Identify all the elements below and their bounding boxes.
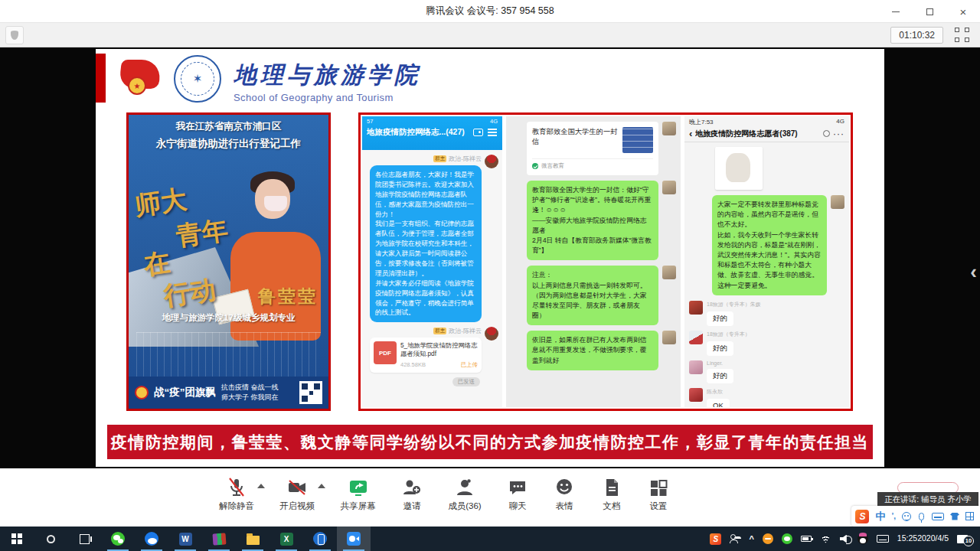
league-mini-logo [135,386,149,399]
university-seal-logo: ✶ [174,55,221,103]
search-icon [47,535,55,543]
minimize-button[interactable] [879,0,913,23]
battery-icon[interactable] [801,536,812,542]
taskbar-app-word[interactable]: W [168,527,202,551]
chat-button[interactable]: 聊天 [507,476,528,512]
taskbar-app-excel[interactable]: X [270,527,303,551]
skin-shirt-icon[interactable] [950,513,959,520]
sogou-tray-icon[interactable]: S [710,533,721,545]
taskbar-clock[interactable]: 15:25 2020/4/5 [897,533,949,543]
wechat-tray-icon[interactable] [782,533,792,544]
ime-punctuation[interactable]: ’, [891,512,896,520]
member-avatar [689,360,703,374]
user-avatar [662,266,676,279]
video-call-icon [473,129,483,136]
close-button[interactable]: × [946,0,980,23]
youth-league-flag-logo: ★ [119,58,163,96]
restore-button[interactable] [913,0,946,23]
previous-slide-arrow[interactable]: ‹ [970,260,977,284]
qq-message-bubble: 各位志愿者朋友，大家好！我是学院团委书记陈祥云。欢迎大家加入地旅学院疫情防控网络… [370,165,482,322]
article-link-card[interactable]: 教育部致全国大学生的一封信 微言教育 [527,122,658,175]
qq-status-left: 57 [367,118,373,125]
qq-status-network: 4G [490,118,498,125]
user-avatar [662,331,676,344]
camera-off-icon [286,476,308,499]
docs-button[interactable]: 文档 [601,476,622,512]
members-icon [454,476,475,499]
teacher-bubble: 大家一定不要转发群里那种标题党的内容哈，虽然内容不是谣传，但也不太好。 比如，我… [712,195,827,295]
reply-row: 18旅游（专升本）朱媛 好的 [689,301,844,326]
virtual-keyboard-icon[interactable] [932,513,944,520]
ime-toolbox-icon[interactable] [965,512,974,520]
taskbar-app-explorer[interactable] [236,527,270,551]
qq-message: 群主 政治-陈祥云 各位志愿者朋友，大家好！我是学院团委书记陈祥云。欢迎大家加入… [366,155,498,322]
qq-chat-screenshot: 57 4G 地旅疫情防控网络志...(427) 群主 政 [362,116,502,407]
mic-options-caret[interactable] [257,484,265,488]
windows-logo-icon [11,533,22,544]
nearby-share-icon[interactable] [730,534,740,543]
pdf-file-card[interactable]: PDF 5_地旅学院疫情防控网络志愿者须知.pdf 428.58KB 已上传 [370,337,482,373]
sogou-logo-icon[interactable]: S [855,510,869,523]
action-center-button[interactable]: 10 [957,535,972,543]
sender-avatar [485,327,498,341]
reactions-button[interactable]: 表情 [554,476,575,512]
unmute-button[interactable]: 解除静音 [219,476,254,512]
start-button[interactable] [0,527,34,551]
meeting-timer: 01:10:32 [890,27,943,44]
video-options-caret[interactable] [318,484,325,488]
college-name-cn: 地理与旅游学院 [234,60,421,91]
reply-row: 陈永欣 OK [689,388,844,407]
sender-name: 政治-陈祥云 [449,155,482,163]
more-icon: ··· [833,129,844,139]
microphone-muted-icon [226,476,247,499]
file-name: 5_地旅学院疫情防控网络志愿者须知.pdf [400,341,478,358]
start-video-button[interactable]: 开启视频 [279,476,315,512]
security-shield-button[interactable] [5,26,24,44]
reply-bubble: 好的 [707,311,733,326]
ime-mode-chinese[interactable]: 中 [875,510,885,523]
taskbar-app-wechat[interactable] [101,527,135,551]
emoji-picker-icon[interactable] [902,512,911,521]
taskbar-app-winrar[interactable] [202,527,236,551]
winrar-icon [212,533,226,545]
touch-keyboard-icon[interactable] [877,535,889,543]
folder-icon [247,536,260,545]
tray-expand-chevron[interactable]: ^ [749,534,753,543]
fullscreen-button[interactable] [955,28,969,42]
reply-row: Linger. 好的 [689,360,844,383]
invite-person-icon [401,476,423,499]
share-screen-button[interactable]: 共享屏幕 [341,476,376,512]
owner-tag: 群主 [433,155,446,162]
minimize-icon [892,11,900,12]
volume-icon[interactable] [840,535,849,543]
qq-tray-icon[interactable] [858,533,868,544]
shield-icon [11,31,18,40]
task-view-button[interactable] [67,527,101,551]
taskbar-app-tencent-meeting[interactable] [337,527,371,551]
wechat-group-title: 地旅疫情防控网络志愿者(387) [695,129,820,139]
taskbar-app-phone-projection[interactable] [303,527,337,551]
settings-button[interactable]: 设置 [648,476,669,512]
members-button[interactable]: 成员(36) [448,476,481,512]
meeting-tray-icon[interactable] [763,533,773,544]
speaking-toast: 正在讲话: 辅导员 齐小学 [877,492,978,507]
wifi-icon[interactable] [820,535,831,543]
search-button[interactable] [34,527,67,551]
notification-icon: 10 [957,535,968,543]
clock-date: 2020/4/5 [917,533,949,543]
taskbar-app-qq-browser[interactable] [135,527,168,551]
volunteer-name: 鲁莹莹 [258,285,318,308]
qq-chat-header: 57 4G 地旅疫情防控网络志...(427) [362,116,502,150]
poster-footer-line1: 抗击疫情 奋战一线 [221,383,294,393]
phone-projection-icon [313,532,327,546]
close-icon: × [960,6,967,18]
qq-file-message: 群主 政治-陈祥云 PDF 5_地旅学院疫情防控网络志愿者须知.pdf 428.… [366,327,498,373]
invite-button[interactable]: 邀请 [401,476,423,512]
reply-row: 18旅游（专升本） 好的 [689,331,844,356]
taskbar: W X S ^ 15:25 2020/4/5 10 [0,527,980,551]
poster-footer-line2: 师大学子 你我同在 [221,393,294,403]
voice-input-icon[interactable] [917,513,926,520]
poster-line2: 永宁街道协助进行出行登记工作 [129,137,328,151]
member-avatar [689,388,703,402]
presentation-slide: ★ ✶ 地理与旅游学院 School of Geography and Tour… [96,49,884,467]
